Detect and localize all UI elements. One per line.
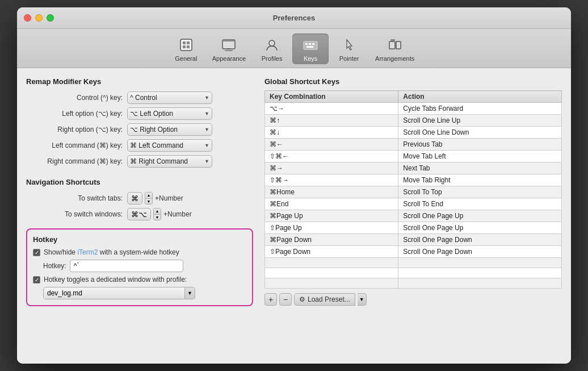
add-shortcut-button[interactable]: + — [264, 293, 277, 306]
table-row[interactable]: ⇧Page DownScroll One Page Down — [265, 246, 562, 258]
toolbar-general[interactable]: General — [168, 34, 204, 64]
remap-section: Remap Modifier Keys Control (^) key: ^ C… — [26, 77, 253, 168]
switch-windows-stepper[interactable]: ▲ ▼ — [153, 208, 161, 220]
table-row[interactable]: ⌘←Previous Tab — [265, 139, 562, 151]
toolbar-profiles[interactable]: Profiles — [254, 34, 290, 64]
switch-tabs-key-text: ⌘ — [131, 194, 138, 203]
switch-windows-key: ⌘⌥ — [127, 208, 151, 220]
svg-rect-17 — [396, 41, 401, 49]
nav-title: Navigation Shortcuts — [26, 178, 253, 186]
remove-shortcut-button[interactable]: − — [279, 293, 292, 306]
minimize-button[interactable] — [35, 14, 43, 22]
left-option-select[interactable]: ⌥ Left Option ▼ — [127, 107, 212, 120]
table-row[interactable] — [265, 258, 562, 268]
table-row[interactable] — [265, 278, 562, 289]
col-action: Action — [398, 91, 562, 103]
table-row[interactable]: ⌘→Next Tab — [265, 162, 562, 174]
toolbar-general-label: General — [175, 55, 197, 62]
svg-rect-8 — [225, 50, 233, 51]
table-row[interactable]: ⌘HomeScroll To Top — [265, 186, 562, 198]
toolbar-arrangements-label: Arrangements — [375, 55, 414, 62]
control-select[interactable]: ^ Control ▼ — [127, 91, 212, 104]
global-shortcuts-title: Global Shortcut Keys — [264, 77, 562, 86]
control-arrow-icon: ▼ — [204, 95, 209, 101]
switch-tabs-control: ⌘ ▲ ▼ +Number — [127, 192, 183, 205]
table-row[interactable]: ⌘EndScroll To End — [265, 198, 562, 210]
left-command-row: Left command (⌘) key: ⌘ Left Command ▼ — [26, 139, 253, 152]
key-cell: ⌘↑ — [265, 115, 398, 127]
control-row: Control (^) key: ^ Control ▼ — [26, 91, 253, 104]
switch-windows-stepper-up[interactable]: ▲ — [154, 209, 161, 215]
right-option-label: Right option (⌥) key: — [26, 126, 123, 134]
toolbar-pointer[interactable]: Pointer — [331, 34, 367, 64]
nav-section: Navigation Shortcuts To switch tabs: ⌘ ▲… — [26, 178, 253, 220]
svg-rect-11 — [305, 43, 308, 45]
table-footer: + − ⚙ Load Preset... ▼ — [264, 293, 562, 306]
arrangements-icon — [386, 36, 404, 54]
action-cell — [398, 278, 562, 289]
left-command-select[interactable]: ⌘ Left Command ▼ — [127, 139, 212, 152]
action-cell — [398, 258, 562, 268]
col-key: Key Combination — [265, 91, 398, 103]
switch-windows-suffix: +Number — [163, 210, 192, 218]
right-option-select[interactable]: ⌥ Right Option ▼ — [127, 123, 212, 136]
load-preset-label: Load Preset... — [308, 295, 350, 303]
table-row[interactable]: ⌘↑Scroll One Line Up — [265, 115, 562, 127]
key-cell: ⌘Page Down — [265, 234, 398, 246]
table-row[interactable]: ⇧Page UpScroll One Page Up — [265, 222, 562, 234]
toolbar-appearance-label: Appearance — [212, 55, 246, 62]
hotkey-input[interactable] — [70, 260, 183, 272]
stepper-down-icon[interactable]: ▼ — [145, 199, 152, 205]
close-button[interactable] — [24, 14, 31, 22]
svg-rect-16 — [390, 39, 395, 41]
maximize-button[interactable] — [47, 14, 54, 22]
right-command-arrow-icon: ▼ — [204, 159, 209, 164]
toolbar-keys[interactable]: Keys — [292, 34, 329, 64]
toolbar-arrangements[interactable]: Arrangements — [369, 34, 420, 64]
left-option-label: Left option (⌥) key: — [26, 110, 123, 118]
stepper-up-icon[interactable]: ▲ — [145, 193, 152, 199]
table-row[interactable]: ⌘Page DownScroll One Page Down — [265, 234, 562, 246]
right-command-select[interactable]: ⌘ Right Command ▼ — [127, 155, 212, 168]
table-row[interactable]: ⌘↓Scroll One Line Down — [265, 127, 562, 139]
action-cell: Scroll One Page Up — [398, 222, 562, 234]
action-cell: Move Tab Right — [398, 174, 562, 186]
toggle-checkbox[interactable]: ✓ — [33, 276, 40, 284]
add-icon: + — [268, 295, 273, 304]
svg-rect-10 — [304, 41, 317, 49]
switch-windows-row: To switch windows: ⌘⌥ ▲ ▼ +Number — [26, 208, 253, 220]
table-header-row: Key Combination Action — [265, 91, 562, 103]
action-cell: Scroll One Line Down — [398, 127, 562, 139]
shortcut-table-body: ⌥→Cycle Tabs Forward⌘↑Scroll One Line Up… — [265, 103, 562, 289]
svg-rect-1 — [183, 41, 186, 44]
right-panel: Global Shortcut Keys Key Combination Act… — [264, 77, 562, 355]
table-row[interactable]: ⇧⌘→Move Tab Right — [265, 174, 562, 186]
svg-rect-6 — [222, 40, 235, 41]
profile-dropdown[interactable]: dev_log.md — [43, 287, 185, 299]
show-hide-checkbox[interactable]: ✓ — [33, 249, 40, 256]
toggle-label: Hotkey toggles a dedicated window with p… — [44, 276, 187, 284]
action-cell: Scroll One Page Down — [398, 246, 562, 258]
action-cell — [398, 268, 562, 278]
load-preset-button[interactable]: ⚙ Load Preset... — [294, 293, 355, 306]
shortcut-table: Key Combination Action ⌥→Cycle Tabs Forw… — [264, 90, 562, 289]
iterm2-link[interactable]: iTerm2 — [77, 248, 98, 256]
svg-rect-0 — [180, 39, 192, 51]
table-row[interactable]: ⇧⌘←Move Tab Left — [265, 151, 562, 162]
toolbar-appearance[interactable]: Appearance — [207, 34, 251, 64]
switch-tabs-stepper[interactable]: ▲ ▼ — [145, 192, 153, 205]
right-option-arrow-icon: ▼ — [204, 127, 209, 132]
toolbar-pointer-label: Pointer — [339, 55, 359, 62]
table-row[interactable]: ⌥→Cycle Tabs Forward — [265, 103, 562, 115]
key-cell: ⌘↓ — [265, 127, 398, 139]
preferences-window: Preferences General — [17, 7, 571, 364]
show-hide-row: ✓ Show/hide iTerm2 with a system-wide ho… — [33, 248, 246, 256]
table-row[interactable] — [265, 268, 562, 278]
table-row[interactable]: ⌘Page UpScroll One Page Up — [265, 210, 562, 222]
load-preset-arrow-icon[interactable]: ▼ — [358, 293, 367, 306]
switch-windows-stepper-down[interactable]: ▼ — [154, 215, 161, 220]
svg-point-9 — [269, 40, 275, 46]
profile-dropdown-arrow-icon[interactable]: ▼ — [185, 287, 195, 299]
title-bar: Preferences — [17, 7, 571, 29]
toggle-row: ✓ Hotkey toggles a dedicated window with… — [33, 276, 246, 284]
